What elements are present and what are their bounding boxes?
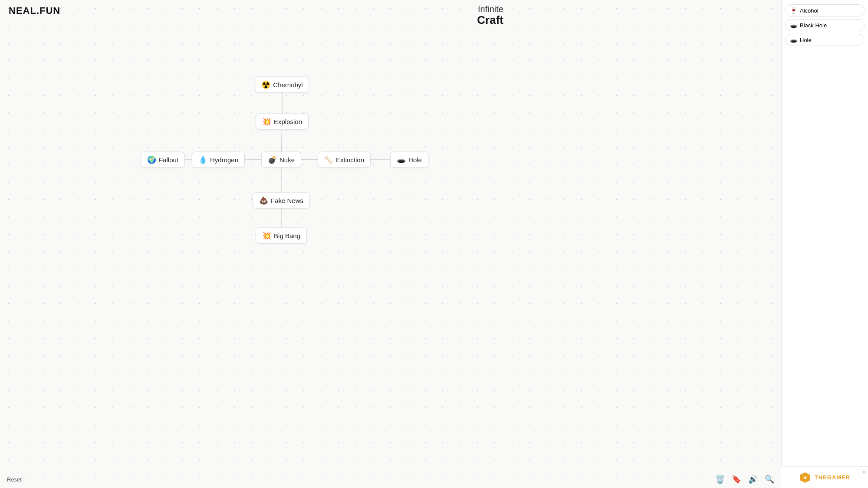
node-nuke[interactable]: 💣Nuke xyxy=(261,152,301,168)
trash-icon[interactable]: 🗑️ xyxy=(715,475,725,484)
sidebar-emoji-black-hole: 🕳️ xyxy=(790,22,797,29)
node-fake-news[interactable]: 💩Fake News xyxy=(253,193,310,209)
node-emoji-hydrogen: 💧 xyxy=(198,155,207,164)
node-hydrogen[interactable]: 💧Hydrogen xyxy=(192,152,245,168)
logo: NEAL.FUN xyxy=(9,5,60,16)
watermark: ✦ THEGAMER × xyxy=(781,466,868,488)
node-label-fake-news: Fake News xyxy=(271,197,303,204)
node-label-explosion: Explosion xyxy=(274,118,302,125)
sidebar-emoji-alcohol: 🍷 xyxy=(790,7,797,14)
node-chernobyl[interactable]: ☢️Chernobyl xyxy=(255,77,309,93)
connection-lines xyxy=(0,0,781,488)
node-hole[interactable]: 🕳️Hole xyxy=(390,152,428,168)
node-label-fallout: Fallout xyxy=(159,156,178,164)
sidebar-item-hole[interactable]: 🕳️Hole xyxy=(785,34,865,46)
thegamer-logo: ✦ xyxy=(799,472,811,484)
search-icon[interactable]: 🔍 xyxy=(765,475,774,484)
node-emoji-chernobyl: ☢️ xyxy=(261,80,270,89)
volume-icon[interactable]: 🔊 xyxy=(748,475,758,484)
node-label-chernobyl: Chernobyl xyxy=(273,81,302,88)
sidebar-item-black-hole[interactable]: 🕳️Black Hole xyxy=(785,19,865,31)
reset-button[interactable]: Reset xyxy=(7,476,22,483)
bottom-icons: 🗑️ 🔖 🔊 🔍 xyxy=(715,475,774,484)
thegamer-text: THEGAMER xyxy=(815,474,850,481)
sidebar-item-alcohol[interactable]: 🍷Alcohol xyxy=(785,4,865,16)
node-label-nuke: Nuke xyxy=(279,156,295,164)
node-fallout[interactable]: 🌍Fallout xyxy=(141,152,185,168)
watermark-close[interactable]: × xyxy=(863,469,865,475)
node-emoji-explosion: 💥 xyxy=(262,117,271,126)
node-label-hole: Hole xyxy=(408,156,422,164)
node-label-hydrogen: Hydrogen xyxy=(210,156,238,164)
craft-canvas[interactable]: ☢️Chernobyl💥Explosion🌍Fallout💧Hydrogen💣N… xyxy=(0,0,781,488)
node-emoji-extinction: 🦴 xyxy=(324,155,333,164)
node-emoji-big-bang: 💥 xyxy=(262,231,271,240)
node-label-big-bang: Big Bang xyxy=(274,232,300,239)
bookmark-icon[interactable]: 🔖 xyxy=(732,475,741,484)
sidebar: 🍷Alcohol🕳️Black Hole🕳️Hole xyxy=(781,0,868,488)
sidebar-label-hole: Hole xyxy=(800,37,812,43)
node-label-extinction: Extinction xyxy=(336,156,364,164)
node-emoji-fake-news: 💩 xyxy=(259,196,268,205)
sidebar-emoji-hole: 🕳️ xyxy=(790,36,797,43)
sidebar-label-black-hole: Black Hole xyxy=(800,22,827,29)
node-emoji-fallout: 🌍 xyxy=(147,155,156,164)
node-emoji-hole: 🕳️ xyxy=(397,155,406,164)
sidebar-label-alcohol: Alcohol xyxy=(800,7,819,14)
node-explosion[interactable]: 💥Explosion xyxy=(256,114,309,130)
bottom-bar: Reset 🗑️ 🔖 🔊 🔍 xyxy=(0,471,781,488)
svg-text:✦: ✦ xyxy=(803,475,807,481)
node-extinction[interactable]: 🦴Extinction xyxy=(318,152,371,168)
node-emoji-nuke: 💣 xyxy=(268,155,277,164)
app-title: Infinite Craft xyxy=(477,4,503,26)
node-big-bang[interactable]: 💥Big Bang xyxy=(256,228,307,244)
